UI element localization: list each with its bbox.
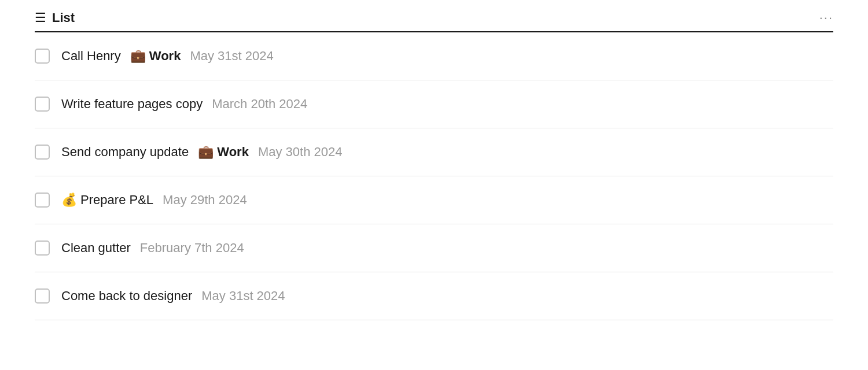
task-title: Clean gutter <box>61 240 131 256</box>
task-checkbox[interactable] <box>35 97 50 112</box>
task-checkbox[interactable] <box>35 240 50 256</box>
task-date: February 7th 2024 <box>140 240 244 256</box>
task-row: 💰 Prepare P&LMay 29th 2024 <box>35 176 833 224</box>
task-content: 💰 Prepare P&LMay 29th 2024 <box>61 193 833 208</box>
task-title: Call Henry <box>61 49 121 64</box>
task-content: Call Henry💼 WorkMay 31st 2024 <box>61 49 833 64</box>
header: ☰ List ··· <box>35 0 833 32</box>
task-title: Send company update <box>61 145 189 160</box>
task-content: Clean gutterFebruary 7th 2024 <box>61 240 833 256</box>
task-date: May 30th 2024 <box>258 145 343 160</box>
task-content: Come back to designerMay 31st 2024 <box>61 288 833 304</box>
task-checkbox[interactable] <box>35 288 50 304</box>
task-tag: 💼 Work <box>130 49 181 64</box>
task-checkbox[interactable] <box>35 145 50 160</box>
task-title: 💰 Prepare P&L <box>61 193 153 208</box>
task-content: Write feature pages copyMarch 20th 2024 <box>61 97 833 112</box>
task-row: Call Henry💼 WorkMay 31st 2024 <box>35 32 833 80</box>
task-row: Clean gutterFebruary 7th 2024 <box>35 224 833 272</box>
task-date: May 31st 2024 <box>190 49 273 64</box>
task-checkbox[interactable] <box>35 49 50 64</box>
task-checkbox[interactable] <box>35 193 50 208</box>
task-row: Send company update💼 WorkMay 30th 2024 <box>35 128 833 176</box>
page-title: List <box>52 10 75 25</box>
task-date: May 31st 2024 <box>201 288 285 304</box>
more-options-button[interactable]: ··· <box>819 10 833 25</box>
task-title: Write feature pages copy <box>61 97 203 112</box>
task-title: Come back to designer <box>61 288 192 304</box>
task-list: Call Henry💼 WorkMay 31st 2024Write featu… <box>35 32 833 320</box>
task-tag: 💼 Work <box>198 145 249 160</box>
task-date: May 29th 2024 <box>163 193 247 208</box>
main-container: ☰ List ··· Call Henry💼 WorkMay 31st 2024… <box>0 0 868 370</box>
header-left: ☰ List <box>35 10 75 25</box>
task-row: Write feature pages copyMarch 20th 2024 <box>35 80 833 128</box>
task-content: Send company update💼 WorkMay 30th 2024 <box>61 145 833 160</box>
task-date: March 20th 2024 <box>212 97 307 112</box>
list-icon: ☰ <box>35 10 46 25</box>
task-row: Come back to designerMay 31st 2024 <box>35 272 833 320</box>
